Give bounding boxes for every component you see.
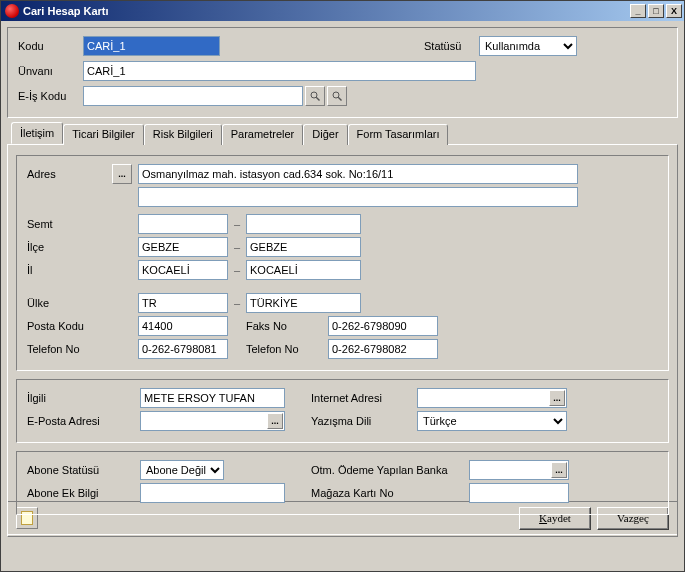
tab-panel-iletisim: Adres ... Semt – İlçe xyxy=(7,144,678,537)
semt-name-input[interactable] xyxy=(246,214,361,234)
svg-line-1 xyxy=(316,97,319,100)
minimize-button[interactable]: _ xyxy=(630,4,646,18)
adres-line2-input[interactable] xyxy=(138,187,578,207)
eposta-lookup-button[interactable]: ... xyxy=(267,413,283,429)
otm-label: Otm. Ödeme Yapılan Banka xyxy=(311,464,469,476)
eiskodu-label: E-İş Kodu xyxy=(18,90,83,102)
tab-form[interactable]: Form Tasarımları xyxy=(348,124,449,145)
contact-group: İlgili Internet Adresi ... E-Posta Adres… xyxy=(16,379,669,443)
ilgili-input[interactable] xyxy=(140,388,285,408)
titlebar: Cari Hesap Kartı _ □ X xyxy=(1,1,684,21)
header-panel: Kodu Statüsü Kullanımda Ünvanı E-İş Kodu xyxy=(7,27,678,118)
semt-label: Semt xyxy=(27,218,138,230)
yazisma-select[interactable]: Türkçe xyxy=(417,411,567,431)
eiskodu-input[interactable] xyxy=(83,86,303,106)
yazisma-label: Yazışma Dili xyxy=(311,415,417,427)
ilce-name-input[interactable] xyxy=(246,237,361,257)
ulke-name-input[interactable] xyxy=(246,293,361,313)
close-button[interactable]: X xyxy=(666,4,682,18)
ulke-label: Ülke xyxy=(27,297,138,309)
posta-input[interactable] xyxy=(138,316,228,336)
svg-line-3 xyxy=(338,97,341,100)
internet-lookup-button[interactable]: ... xyxy=(549,390,565,406)
magaza-label: Mağaza Kartı No xyxy=(311,487,469,499)
internet-input[interactable] xyxy=(417,388,567,408)
tab-iletisim[interactable]: İletişim xyxy=(11,122,63,144)
content: Kodu Statüsü Kullanımda Ünvanı E-İş Kodu xyxy=(1,21,684,543)
adres-label: Adres xyxy=(27,168,112,180)
ilgili-label: İlgili xyxy=(27,392,140,404)
internet-label: Internet Adresi xyxy=(311,392,417,404)
il-name-input[interactable] xyxy=(246,260,361,280)
magaza-input[interactable] xyxy=(469,483,569,503)
statusu-select[interactable]: Kullanımda xyxy=(479,36,577,56)
svg-point-2 xyxy=(333,92,339,98)
ilce-code-input[interactable] xyxy=(138,237,228,257)
abone-ek-label: Abone Ek Bilgi xyxy=(27,487,140,499)
telefon2-input[interactable] xyxy=(328,339,438,359)
il-label: İl xyxy=(27,264,138,276)
tab-parametreler[interactable]: Parametreler xyxy=(222,124,304,145)
abone-label: Abone Statüsü xyxy=(27,464,140,476)
eposta-input[interactable] xyxy=(140,411,285,431)
window: Cari Hesap Kartı _ □ X Kodu Statüsü Kull… xyxy=(0,0,685,572)
ulke-code-input[interactable] xyxy=(138,293,228,313)
dash-icon: – xyxy=(228,241,246,253)
address-group: Adres ... Semt – İlçe xyxy=(16,155,669,371)
telefon1-label: Telefon No xyxy=(27,343,138,355)
tab-diger[interactable]: Diğer xyxy=(303,124,347,145)
eiskodu-refresh-icon[interactable] xyxy=(327,86,347,106)
telefon2-label: Telefon No xyxy=(246,343,328,355)
adres-line1-input[interactable] xyxy=(138,164,578,184)
dash-icon: – xyxy=(228,264,246,276)
unvani-input[interactable] xyxy=(83,61,476,81)
statusu-label: Statüsü xyxy=(424,40,479,52)
subscription-group: Abone Statüsü Abone Değil Otm. Ödeme Yap… xyxy=(16,451,669,515)
tabs: İletişim Ticari Bilgiler Risk Bilgileri … xyxy=(7,124,678,145)
ilce-label: İlçe xyxy=(27,241,138,253)
eiskodu-search-icon[interactable] xyxy=(305,86,325,106)
abone-ek-input[interactable] xyxy=(140,483,285,503)
otm-lookup-button[interactable]: ... xyxy=(551,462,567,478)
eposta-label: E-Posta Adresi xyxy=(27,415,140,427)
svg-point-0 xyxy=(311,92,317,98)
telefon1-input[interactable] xyxy=(138,339,228,359)
adres-lookup-button[interactable]: ... xyxy=(112,164,132,184)
kodu-input[interactable] xyxy=(83,36,220,56)
app-icon xyxy=(5,4,19,18)
unvani-label: Ünvanı xyxy=(18,65,83,77)
maximize-button[interactable]: □ xyxy=(648,4,664,18)
tab-risk[interactable]: Risk Bilgileri xyxy=(144,124,222,145)
faks-input[interactable] xyxy=(328,316,438,336)
tab-ticari[interactable]: Ticari Bilgiler xyxy=(63,124,144,145)
il-code-input[interactable] xyxy=(138,260,228,280)
abone-select[interactable]: Abone Değil xyxy=(140,460,224,480)
dash-icon: – xyxy=(228,218,246,230)
window-title: Cari Hesap Kartı xyxy=(23,5,630,17)
kodu-label: Kodu xyxy=(18,40,83,52)
dash-icon: – xyxy=(228,297,246,309)
semt-code-input[interactable] xyxy=(138,214,228,234)
faks-label: Faks No xyxy=(246,320,328,332)
posta-label: Posta Kodu xyxy=(27,320,138,332)
